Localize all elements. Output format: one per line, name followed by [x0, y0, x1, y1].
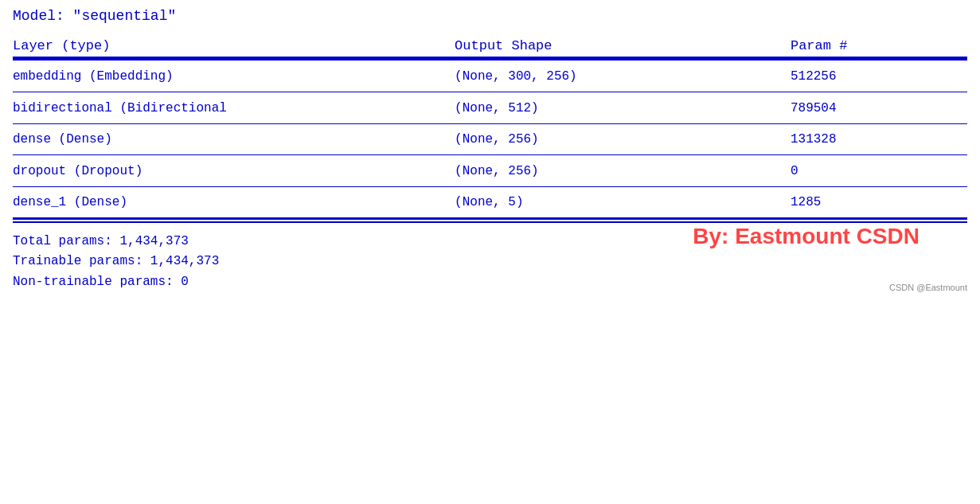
table-row: dropout (Dropout)(None, 256)0 [13, 156, 967, 187]
cell-output-shape: (None, 256) [455, 156, 791, 187]
table-row: dense_1 (Dense)(None, 5)1285 [13, 187, 967, 219]
table-row: bidirectional (Bidirectional(None, 512)7… [13, 93, 967, 124]
cell-layer: dense_1 (Dense) [13, 187, 455, 219]
cell-output-shape: (None, 512) [455, 93, 791, 124]
cell-layer: dropout (Dropout) [13, 156, 455, 187]
cell-layer: dense (Dense) [13, 124, 455, 155]
cell-output-shape: (None, 5) [455, 187, 791, 219]
table-row: embedding (Embedding)(None, 300, 256)512… [13, 61, 967, 92]
brand-label: By: Eastmount CSDN [693, 224, 919, 249]
model-title: Model: "sequential" [13, 8, 967, 24]
cell-param: 0 [791, 156, 967, 187]
cell-param: 512256 [791, 61, 967, 92]
cell-output-shape: (None, 256) [455, 124, 791, 155]
cell-output-shape: (None, 300, 256) [455, 61, 791, 92]
cell-param: 1285 [791, 187, 967, 219]
footer-section: Total params: 1,434,373 Trainable params… [13, 232, 967, 293]
model-summary-table: Layer (type) Output Shape Param # embedd… [13, 35, 967, 224]
header-param: Param # [791, 35, 967, 58]
cell-param: 131328 [791, 124, 967, 155]
cell-layer: bidirectional (Bidirectional [13, 93, 455, 124]
table-body: embedding (Embedding)(None, 300, 256)512… [13, 61, 967, 224]
table-row: dense (Dense)(None, 256)131328 [13, 124, 967, 155]
table-header-row: Layer (type) Output Shape Param # [13, 35, 967, 58]
header-layer: Layer (type) [13, 35, 455, 58]
cell-param: 789504 [791, 93, 967, 124]
watermark: CSDN @Eastmount [889, 283, 967, 292]
non-trainable-params: Non-trainable params: 0 [13, 272, 967, 293]
cell-layer: embedding (Embedding) [13, 61, 455, 92]
trainable-params: Trainable params: 1,434,373 [13, 252, 967, 272]
header-output-shape: Output Shape [455, 35, 791, 58]
